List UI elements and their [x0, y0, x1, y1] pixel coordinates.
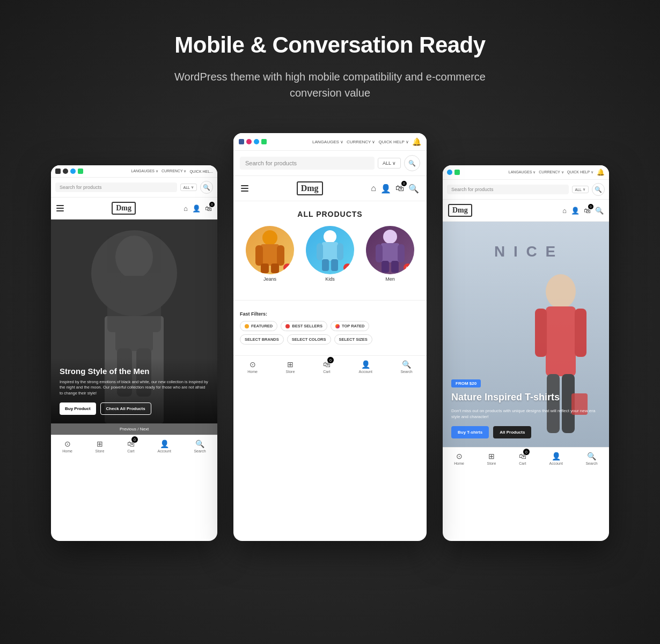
left-search-bar: Search for products ALL ∨ 🔍: [51, 178, 217, 197]
cart-badge-right: 0: [588, 204, 593, 209]
all-dropdown-right[interactable]: ALL ∨: [572, 186, 589, 193]
svg-point-18: [383, 230, 397, 244]
hero-buttons-left: Buy Product Check All Products: [60, 402, 209, 415]
languages-link-r[interactable]: LANGAUGES ∨: [509, 169, 536, 176]
search-nav-icon-r: 🔍: [587, 452, 596, 460]
search-input-center[interactable]: Search for products: [240, 157, 375, 170]
nav-home-center[interactable]: ⊙ Home: [247, 360, 258, 374]
category-jeans[interactable]: 2 Jeans: [246, 226, 294, 282]
account-icon-right[interactable]: 👤: [571, 207, 580, 215]
center-topbar: LANGAUGES ∨ CURRENCY ∨ QUICK HELP ∨ 🔔: [233, 133, 427, 151]
top-rated-chip[interactable]: TOP RATED: [331, 321, 370, 331]
cart-icon-right[interactable]: 🛍 0: [584, 207, 591, 215]
account-icon-center[interactable]: 👤: [380, 184, 391, 194]
all-products-button[interactable]: All Products: [493, 426, 531, 438]
hero-buttons-right: Buy T-shirts All Products: [451, 426, 600, 438]
featured-dot: [245, 324, 249, 328]
svg-rect-26: [535, 309, 547, 357]
best-sellers-chip[interactable]: BEST SELLERS: [281, 321, 327, 331]
quick-help-link-r[interactable]: QUICK HELP ∨: [567, 169, 593, 176]
hero-title-right: Nature Inspired T-shirts: [451, 392, 600, 404]
account-icon-left[interactable]: 👤: [192, 204, 201, 213]
home-icon-center[interactable]: ⌂: [371, 184, 376, 193]
svg-rect-25: [546, 306, 576, 376]
nav-search-right[interactable]: 🔍 Search: [585, 452, 597, 465]
search-icon-center[interactable]: 🔍: [408, 184, 419, 194]
nav-account-center[interactable]: 👤 Account: [359, 360, 372, 374]
cart-nav-badge-r: 0: [523, 449, 530, 455]
select-colors-label: SELECT COLORS: [292, 337, 326, 342]
svg-rect-21: [398, 244, 405, 262]
nav-cart-left[interactable]: 🛍 0 Cart: [127, 440, 135, 453]
svg-rect-7: [261, 244, 279, 266]
prev-next-left: Previous / Next: [51, 423, 217, 435]
center-logo-bar: Dmg ⌂ 👤 🛍 0 🔍: [233, 176, 427, 201]
cart-nav-badge-left: 0: [131, 436, 138, 443]
nav-store-left[interactable]: ⊞ Store: [96, 440, 105, 453]
svg-rect-23: [391, 261, 399, 273]
svg-rect-2: [107, 279, 121, 332]
search-input-left[interactable]: Search for products: [55, 182, 177, 192]
search-btn-left[interactable]: 🔍: [200, 181, 213, 194]
nav-search-left[interactable]: 🔍 Search: [194, 440, 206, 453]
svg-rect-27: [575, 309, 586, 357]
svg-rect-1: [115, 276, 153, 351]
nav-icons-center: ⌂ 👤 🛍 0 🔍: [371, 184, 419, 194]
search-btn-center[interactable]: 🔍: [404, 155, 420, 171]
quick-help-link[interactable]: QUICK HEL...: [189, 169, 213, 173]
search-nav-icon-c: 🔍: [402, 360, 411, 369]
svg-rect-19: [381, 243, 399, 262]
search-icon-right[interactable]: 🔍: [595, 207, 604, 215]
select-sizes-chip[interactable]: SELECT SIZES: [334, 334, 372, 345]
right-topbar: LANGAUGES ∨ CURRENCY ∨ QUICK HELP ∨ 🔔: [443, 165, 609, 180]
currency-link-c[interactable]: CURRENCY ∨: [347, 137, 375, 146]
currency-link[interactable]: CURRENCY ∨: [162, 169, 187, 173]
store-nav-icon-r: ⊞: [488, 452, 495, 460]
nav-cart-center[interactable]: 🛍 0 Cart: [323, 360, 331, 374]
hamburger-menu-left[interactable]: [56, 205, 64, 211]
currency-link-r[interactable]: CURRENCY ∨: [539, 169, 564, 176]
home-icon-right[interactable]: ⌂: [562, 207, 567, 215]
quick-help-link-c[interactable]: QUICK HELP ∨: [378, 137, 409, 146]
check-all-products-button[interactable]: Check All Products: [100, 402, 151, 415]
nav-store-center[interactable]: ⊞ Store: [286, 360, 295, 374]
search-input-right[interactable]: Search for products: [447, 185, 569, 194]
nav-search-center[interactable]: 🔍 Search: [400, 360, 412, 374]
nav-home-right[interactable]: ⊙ Home: [454, 452, 464, 465]
category-men[interactable]: 10 Men: [366, 226, 414, 282]
men-badge: 10: [404, 264, 412, 272]
languages-link[interactable]: LANGAUGES ∨: [131, 169, 158, 173]
men-label: Men: [385, 276, 395, 282]
all-dropdown-center[interactable]: ALL ∨: [378, 158, 401, 169]
nav-cart-right[interactable]: 🛍 0 Cart: [519, 452, 526, 465]
home-nav-icon-left: ⊙: [64, 440, 71, 448]
featured-chip[interactable]: FEATURED: [240, 321, 277, 331]
select-sizes-label: SELECT SIZES: [339, 337, 368, 342]
kids-circle-img: 5: [306, 226, 354, 274]
home-icon-left[interactable]: ⌂: [184, 204, 188, 213]
account-nav-icon-r: 👤: [552, 452, 561, 460]
cart-icon-center[interactable]: 🛍 0: [395, 184, 404, 193]
svg-rect-10: [261, 264, 269, 273]
select-colors-chip[interactable]: SELECT COLORS: [287, 334, 331, 345]
left-logo-bar: Dmg ⌂ 👤 🛍 0: [51, 197, 217, 219]
buy-product-button[interactable]: Buy Product: [60, 402, 96, 415]
hamburger-menu-center[interactable]: [241, 185, 248, 192]
svg-point-24: [546, 274, 576, 309]
nav-account-right[interactable]: 👤 Account: [549, 452, 563, 465]
nav-home-left[interactable]: ⊙ Home: [62, 440, 72, 453]
search-btn-right[interactable]: 🔍: [592, 183, 605, 196]
nav-account-left[interactable]: 👤 Account: [158, 440, 171, 453]
category-circles: 2 Jeans 5: [240, 226, 420, 282]
category-kids[interactable]: 5 Kids: [306, 226, 354, 282]
nav-store-right[interactable]: ⊞ Store: [487, 452, 496, 465]
cart-icon-left[interactable]: 🛍 0: [205, 204, 212, 213]
languages-link-c[interactable]: LANGAUGES ∨: [312, 137, 343, 146]
hero-text-overlay-left: Strong Style of the Men Inspired by the …: [51, 358, 217, 424]
svg-rect-22: [382, 261, 389, 273]
main-title: Mobile & Conversation Ready: [169, 32, 491, 58]
buy-tshirts-button[interactable]: Buy T-shirts: [451, 426, 489, 438]
select-brands-chip[interactable]: SELECT BRANDS: [240, 334, 284, 345]
all-dropdown-left[interactable]: ALL ∨: [180, 184, 197, 191]
emoji-icon-c: 🔔: [412, 137, 421, 146]
